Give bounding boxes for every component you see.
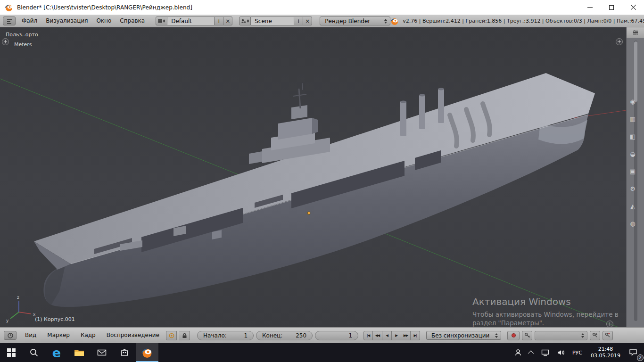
taskbar-mail-button[interactable] bbox=[91, 343, 113, 362]
next-keyframe-button[interactable]: ▶▶ bbox=[401, 331, 411, 340]
preview-range-toggle[interactable] bbox=[166, 331, 177, 340]
timeline-menu-frame[interactable]: Кадр bbox=[76, 329, 100, 341]
scene-name-field[interactable]: Scene bbox=[251, 16, 294, 25]
layout-name-field[interactable]: Default bbox=[167, 16, 215, 25]
menu-window[interactable]: Окно bbox=[92, 15, 116, 27]
properties-editor-strip: ◉ ▦ ◧ ◒ ▣ ⚙ ◭ ◍ bbox=[626, 27, 644, 327]
windows-logo-icon bbox=[7, 348, 16, 357]
3d-scene[interactable]: x y z bbox=[0, 27, 626, 327]
blender-logo-icon bbox=[390, 17, 399, 25]
close-button[interactable] bbox=[622, 0, 644, 15]
key-plus-icon bbox=[592, 332, 598, 338]
timeline-header: Вид Маркер Кадр Воспроизведение Начало: … bbox=[0, 327, 644, 343]
previous-keyframe-button[interactable]: ◀◀ bbox=[373, 331, 382, 340]
tray-show-hidden-icons-button[interactable] bbox=[526, 343, 537, 362]
scene-statistics: v2.76 | Вершин:2,412 | Граней:1,856 | Тр… bbox=[403, 18, 644, 24]
maximize-icon bbox=[609, 5, 614, 10]
layout-grid-icon bbox=[158, 19, 162, 23]
scene-tab-icon[interactable]: ◧ bbox=[628, 132, 637, 141]
windows-activation-watermark: Активация Windows Чтобы активировать Win… bbox=[472, 296, 626, 327]
delete-keyframe-button[interactable] bbox=[603, 331, 613, 340]
lock-time-toggle[interactable] bbox=[179, 331, 190, 340]
menu-render[interactable]: Визуализация bbox=[41, 15, 92, 27]
frame-start-field[interactable]: Начало: 1 bbox=[197, 331, 254, 340]
render-engine-value: Рендер Blender bbox=[325, 18, 370, 25]
taskbar-store-button[interactable] bbox=[113, 343, 136, 362]
tray-language-indicator[interactable]: РУС bbox=[569, 343, 586, 362]
browse-scenes-button[interactable] bbox=[239, 16, 251, 25]
menu-help[interactable]: Справка bbox=[116, 15, 149, 27]
info-editor-icon bbox=[7, 18, 12, 24]
render-tab-icon[interactable]: ◉ bbox=[628, 97, 637, 107]
world-tab-icon[interactable]: ◒ bbox=[628, 149, 637, 159]
active-keying-set-field[interactable] bbox=[535, 331, 587, 340]
timeline-menu-view[interactable]: Вид bbox=[21, 329, 41, 341]
action-center-button[interactable]: 2 bbox=[625, 343, 644, 362]
taskbar-blender-button[interactable] bbox=[136, 343, 158, 362]
editor-type-button[interactable] bbox=[3, 16, 16, 25]
delete-layout-button[interactable]: × bbox=[223, 16, 232, 25]
material-tab-icon[interactable]: ◍ bbox=[628, 219, 637, 229]
object-tab-icon[interactable]: ▣ bbox=[628, 167, 637, 176]
tray-clock[interactable]: 21:48 03.05.2019 bbox=[586, 343, 625, 362]
menu-file[interactable]: Файл bbox=[17, 15, 41, 27]
system-tray: РУС 21:48 03.05.2019 2 bbox=[511, 343, 644, 362]
maximize-button[interactable] bbox=[601, 0, 622, 15]
watermark-title: Активация Windows bbox=[472, 296, 626, 307]
unit-label: Meters bbox=[14, 41, 32, 48]
jump-to-end-button[interactable]: ▶| bbox=[411, 331, 420, 340]
tray-people-button[interactable] bbox=[511, 343, 526, 362]
taskbar-explorer-button[interactable] bbox=[68, 343, 91, 362]
scrollbar-thumb[interactable] bbox=[634, 41, 637, 102]
object-origin-dot bbox=[307, 212, 310, 214]
timeline-menu-playback[interactable]: Воспроизведение bbox=[102, 329, 164, 341]
auto-keyframe-record-button[interactable] bbox=[507, 331, 520, 340]
window-controls bbox=[579, 0, 644, 15]
3d-viewport[interactable]: x y z Польз.-орто Meters (1) Корпус.001 … bbox=[0, 27, 626, 327]
frame-end-field[interactable]: Конец: 250 bbox=[256, 331, 313, 340]
av-sync-select[interactable]: Без синхронизации bbox=[426, 331, 501, 340]
timeline-editor-type-button[interactable] bbox=[4, 331, 17, 340]
tray-network-button[interactable] bbox=[537, 343, 553, 362]
record-icon bbox=[512, 333, 516, 337]
dropdown-chevrons-icon bbox=[581, 333, 584, 338]
tray-volume-button[interactable] bbox=[553, 343, 569, 362]
taskbar-edge-button[interactable]: e bbox=[45, 343, 68, 362]
start-button[interactable] bbox=[0, 343, 23, 362]
network-icon bbox=[541, 349, 549, 356]
properties-editor-header[interactable] bbox=[627, 27, 644, 38]
current-frame-field[interactable]: 1 bbox=[315, 331, 358, 340]
timeline-menu-marker[interactable]: Маркер bbox=[43, 329, 74, 341]
add-scene-button[interactable]: + bbox=[294, 16, 303, 25]
blender-app-icon bbox=[5, 3, 13, 12]
render-layers-tab-icon[interactable]: ▦ bbox=[628, 115, 637, 124]
browse-layouts-button[interactable] bbox=[156, 16, 167, 25]
jump-to-start-button[interactable]: |◀ bbox=[363, 331, 373, 340]
notification-count-badge: 2 bbox=[637, 354, 644, 361]
play-button[interactable]: ▶ bbox=[392, 331, 401, 340]
scene-name-value: Scene bbox=[255, 18, 272, 25]
watermark-line2: Чтобы активировать Windows, перейдите в bbox=[472, 311, 626, 318]
scene-selector: Scene + × bbox=[239, 16, 312, 25]
dropdown-chevrons-icon bbox=[384, 19, 387, 24]
frame-start-label: Начало: bbox=[203, 332, 227, 339]
delete-scene-button[interactable]: × bbox=[303, 16, 312, 25]
modifiers-tab-icon[interactable]: ⚙ bbox=[628, 184, 637, 194]
keying-set-icon-button[interactable] bbox=[522, 331, 532, 340]
properties-editor-icon bbox=[633, 30, 638, 35]
current-frame-value: 1 bbox=[348, 332, 352, 339]
minimize-button[interactable] bbox=[579, 0, 601, 15]
aircraft-carrier-model[interactable] bbox=[34, 73, 595, 307]
properties-region-expand-button[interactable] bbox=[616, 38, 623, 45]
object-data-tab-icon[interactable]: ◭ bbox=[628, 202, 637, 211]
taskbar-search-button[interactable] bbox=[23, 343, 45, 362]
watermark-line3: раздел "Параметры". bbox=[472, 319, 626, 327]
add-layout-button[interactable]: + bbox=[215, 16, 223, 25]
tray-time: 21:48 bbox=[598, 346, 613, 353]
insert-keyframe-button[interactable] bbox=[590, 331, 600, 340]
render-engine-select[interactable]: Рендер Blender bbox=[320, 16, 390, 25]
play-reverse-button[interactable]: ◀ bbox=[382, 331, 392, 340]
frame-end-label: Конец: bbox=[262, 332, 282, 339]
gizmo-z-label: z bbox=[17, 295, 19, 300]
tool-shelf-expand-button[interactable] bbox=[2, 38, 9, 45]
